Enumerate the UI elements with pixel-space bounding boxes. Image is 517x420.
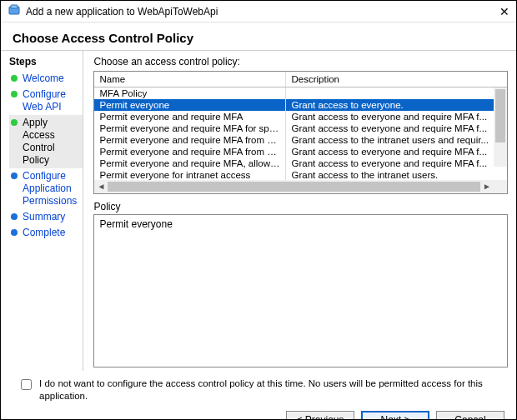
steps-heading: Steps bbox=[9, 56, 83, 68]
sidebar-step-3[interactable]: Configure Application Permissions bbox=[9, 168, 83, 209]
cell-name: Permit everyone for intranet access bbox=[94, 169, 286, 180]
cell-description: Grant access to everyone and require MFA… bbox=[286, 158, 494, 169]
cell-description: Grant access to everyone and require MFA… bbox=[286, 122, 494, 134]
cell-description: Grant access to the intranet users and r… bbox=[286, 134, 494, 146]
table-row[interactable]: Permit everyone and require MFA from una… bbox=[94, 146, 494, 158]
step-label: Welcome bbox=[23, 72, 64, 85]
column-header-name[interactable]: Name bbox=[94, 72, 286, 87]
step-label: Configure Web API bbox=[23, 88, 81, 113]
sidebar-step-4[interactable]: Summary bbox=[9, 209, 83, 225]
step-label: Summary bbox=[23, 211, 65, 223]
cell-description bbox=[286, 88, 494, 99]
horizontal-scrollbar[interactable]: ◄ ► bbox=[94, 180, 507, 193]
policy-detail-text: Permit everyone bbox=[99, 218, 172, 230]
policy-prompt: Choose an access control policy: bbox=[93, 56, 508, 68]
app-icon bbox=[8, 3, 21, 19]
page-heading: Choose Access Control Policy bbox=[1, 22, 516, 50]
status-dot-icon bbox=[11, 229, 18, 236]
table-row[interactable]: Permit everyone for intranet accessGrant… bbox=[94, 169, 494, 180]
close-icon[interactable]: ✕ bbox=[499, 5, 509, 18]
chevron-left-icon[interactable]: ◄ bbox=[94, 180, 108, 193]
skip-checkbox[interactable] bbox=[21, 379, 32, 390]
step-label: Complete bbox=[23, 227, 65, 239]
steps-sidebar: Steps WelcomeConfigure Web APIApply Acce… bbox=[1, 51, 83, 371]
cell-name: Permit everyone bbox=[94, 99, 286, 111]
status-dot-icon bbox=[11, 213, 18, 220]
vertical-scrollbar[interactable] bbox=[494, 88, 507, 167]
table-row[interactable]: Permit everyone and require MFAGrant acc… bbox=[94, 111, 494, 122]
next-button[interactable]: Next > bbox=[361, 411, 429, 420]
table-row[interactable]: Permit everyone and require MFA from ext… bbox=[94, 134, 494, 146]
sidebar-step-5[interactable]: Complete bbox=[9, 225, 83, 241]
window-title: Add a new application to WebApiToWebApi bbox=[26, 6, 218, 18]
sidebar-step-1[interactable]: Configure Web API bbox=[9, 87, 83, 115]
previous-button[interactable]: < Previous bbox=[286, 411, 354, 420]
status-dot-icon bbox=[11, 91, 18, 98]
cell-name: Permit everyone and require MFA from ext… bbox=[94, 134, 286, 146]
column-header-description[interactable]: Description bbox=[286, 72, 507, 87]
table-row[interactable]: MFA Policy bbox=[94, 88, 494, 99]
table-row[interactable]: Permit everyone and require MFA for spec… bbox=[94, 122, 494, 134]
table-row[interactable]: Permit everyoneGrant access to everyone. bbox=[94, 99, 494, 111]
cell-description: Grant access to the intranet users. bbox=[286, 169, 494, 180]
svg-rect-1 bbox=[11, 5, 18, 8]
step-label: Apply Access Control Policy bbox=[23, 117, 81, 167]
status-dot-icon bbox=[11, 119, 18, 126]
cell-name: Permit everyone and require MFA, allow a… bbox=[94, 158, 286, 169]
step-label: Configure Application Permissions bbox=[23, 170, 81, 208]
policy-table[interactable]: Name Description MFA PolicyPermit everyo… bbox=[93, 71, 508, 194]
cell-name: Permit everyone and require MFA from una… bbox=[94, 146, 286, 158]
cancel-button[interactable]: Cancel bbox=[436, 411, 504, 420]
cell-description: Grant access to everyone and require MFA… bbox=[286, 146, 494, 158]
skip-label[interactable]: I do not want to configure the access co… bbox=[39, 378, 499, 402]
policy-detail-label: Policy bbox=[93, 201, 508, 212]
policy-detail-box: Permit everyone bbox=[93, 214, 508, 368]
sidebar-step-2[interactable]: Apply Access Control Policy bbox=[9, 115, 83, 168]
cell-name: Permit everyone and require MFA bbox=[94, 111, 286, 122]
status-dot-icon bbox=[11, 75, 18, 82]
cell-description: Grant access to everyone. bbox=[286, 99, 494, 111]
status-dot-icon bbox=[11, 172, 18, 179]
sidebar-step-0[interactable]: Welcome bbox=[9, 71, 83, 87]
chevron-right-icon[interactable]: ► bbox=[480, 180, 494, 193]
cell-name: MFA Policy bbox=[94, 88, 286, 99]
cell-description: Grant access to everyone and require MFA… bbox=[286, 111, 494, 122]
table-row[interactable]: Permit everyone and require MFA, allow a… bbox=[94, 158, 494, 169]
cell-name: Permit everyone and require MFA for spec… bbox=[94, 122, 286, 134]
